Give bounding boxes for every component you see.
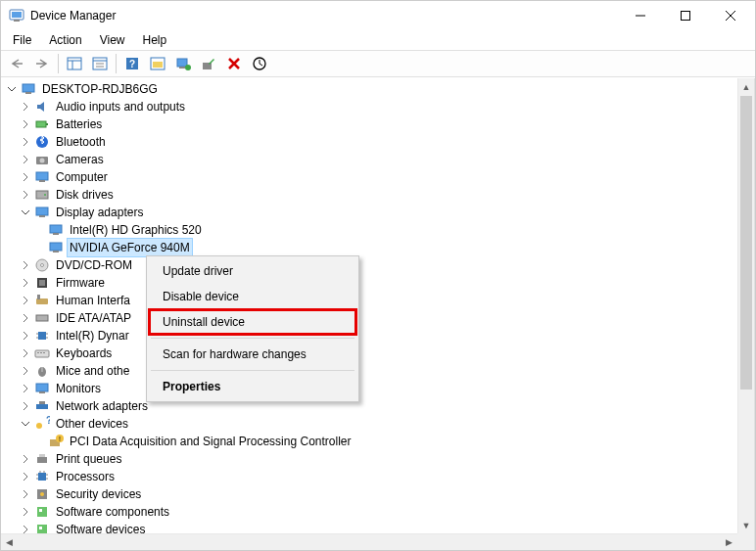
properties-toolbar-button[interactable]	[88, 53, 112, 74]
software-icon	[34, 504, 50, 520]
window-title: Device Manager	[30, 9, 618, 23]
maximize-button[interactable]	[663, 1, 708, 30]
tree-item-cameras[interactable]: Cameras	[5, 151, 754, 168]
tree-item-diskdrives[interactable]: Disk drives	[5, 186, 754, 204]
menu-view[interactable]: View	[92, 31, 133, 49]
collapse-icon[interactable]	[19, 346, 32, 360]
tree-label: DVD/CD-ROM	[54, 256, 134, 274]
toolbar-button[interactable]	[146, 53, 169, 74]
collapse-icon[interactable]	[19, 399, 32, 413]
scroll-left-arrow[interactable]: ◀	[1, 534, 18, 550]
expand-icon[interactable]	[19, 206, 32, 219]
ctx-scan-hardware[interactable]: Scan for hardware changes	[149, 342, 356, 367]
tree-item-batteries[interactable]: Batteries	[5, 115, 754, 133]
tree-label: NVIDIA GeForce 940M	[68, 239, 192, 256]
collapse-icon[interactable]	[19, 117, 32, 131]
tree-root[interactable]: DESKTOP-RDJB6GG	[5, 80, 754, 98]
vertical-scrollbar[interactable]: ▲ ▼	[737, 78, 754, 533]
firmware-icon	[34, 275, 50, 291]
tree-item-intel-graphics[interactable]: Intel(R) HD Graphics 520	[5, 221, 754, 239]
tree-item-ide[interactable]: IDE ATA/ATAP	[5, 309, 754, 327]
tree-item-hid[interactable]: Human Interfa	[5, 292, 754, 309]
tree-label: Processors	[54, 468, 117, 485]
content-area: DESKTOP-RDJB6GG Audio inputs and outputs…	[1, 78, 755, 550]
svg-rect-59	[39, 391, 45, 393]
tree-item-mice[interactable]: Mice and othe	[5, 362, 754, 380]
collapse-icon[interactable]	[19, 470, 32, 483]
uninstall-toolbar-button[interactable]	[222, 53, 246, 74]
tree-item-monitors[interactable]: Monitors	[5, 380, 754, 397]
tree-label: Intel(R) HD Graphics 520	[68, 221, 204, 239]
scroll-corner	[737, 533, 754, 550]
tree-item-nvidia-graphics[interactable]: NVIDIA GeForce 940M	[5, 239, 754, 256]
tree-item-other-devices[interactable]: ? Other devices	[5, 415, 754, 433]
ctx-uninstall-device[interactable]: Uninstall device	[149, 309, 356, 335]
tree-item-printq[interactable]: Print queues	[5, 450, 754, 468]
collapse-icon[interactable]	[19, 258, 32, 272]
tree-item-firmware[interactable]: Firmware	[5, 274, 754, 292]
collapse-icon[interactable]	[19, 382, 32, 395]
scan-hardware-toolbar-button[interactable]	[248, 53, 271, 74]
display-adapter-icon	[48, 222, 64, 238]
svg-rect-54	[40, 352, 42, 353]
tree-item-dvd[interactable]: DVD/CD-ROM	[5, 256, 754, 274]
forward-button[interactable]	[30, 53, 54, 74]
dvd-icon	[34, 257, 50, 273]
back-button[interactable]	[5, 53, 28, 74]
svg-rect-19	[179, 67, 185, 69]
collapse-icon[interactable]	[19, 364, 32, 378]
horizontal-scrollbar[interactable]: ◀ ▶	[1, 533, 737, 550]
tree-item-processors[interactable]: Processors	[5, 468, 754, 485]
tree-item-bluetooth[interactable]: Bluetooth	[5, 133, 754, 151]
collapse-icon[interactable]	[19, 170, 32, 184]
ctx-properties[interactable]: Properties	[149, 374, 356, 399]
expand-icon[interactable]	[19, 417, 32, 431]
menu-action[interactable]: Action	[41, 31, 89, 49]
menu-help[interactable]: Help	[135, 31, 175, 49]
enable-device-toolbar-button[interactable]	[197, 53, 220, 74]
collapse-icon[interactable]	[19, 276, 32, 290]
scroll-up-arrow[interactable]: ▲	[738, 78, 754, 95]
scroll-down-arrow[interactable]: ▼	[738, 517, 754, 533]
collapse-icon[interactable]	[19, 188, 32, 202]
tree-label: Software components	[54, 503, 171, 521]
show-hide-tree-button[interactable]	[63, 53, 86, 74]
tree-item-audio[interactable]: Audio inputs and outputs	[5, 98, 754, 115]
expand-icon[interactable]	[5, 82, 19, 96]
ctx-disable-device[interactable]: Disable device	[149, 284, 356, 309]
ctx-update-driver[interactable]: Update driver	[149, 258, 356, 284]
svg-rect-1	[12, 12, 22, 18]
menu-file[interactable]: File	[5, 31, 39, 49]
tree-label: DESKTOP-RDJB6GG	[40, 80, 160, 98]
toolbar-separator	[116, 54, 117, 73]
collapse-icon[interactable]	[19, 100, 32, 114]
scroll-right-arrow[interactable]: ▶	[721, 534, 737, 550]
close-button[interactable]	[708, 1, 753, 30]
collapse-icon[interactable]	[19, 135, 32, 149]
tree-item-network[interactable]: Network adapters	[5, 397, 754, 415]
tree-item-display-adapters[interactable]: Display adapters	[5, 204, 754, 221]
collapse-icon[interactable]	[19, 329, 32, 343]
tree-item-keyboards[interactable]: Keyboards	[5, 344, 754, 362]
update-driver-toolbar-button[interactable]	[171, 53, 195, 74]
tree-item-security[interactable]: Security devices	[5, 485, 754, 503]
svg-rect-34	[36, 207, 48, 215]
collapse-icon[interactable]	[19, 294, 32, 307]
app-icon	[9, 8, 24, 23]
minimize-button[interactable]	[618, 1, 663, 30]
tree-item-inteldyn[interactable]: Intel(R) Dynar	[5, 327, 754, 344]
collapse-icon[interactable]	[19, 452, 32, 466]
collapse-icon[interactable]	[19, 487, 32, 501]
tree-item-swcomponents[interactable]: Software components	[5, 503, 754, 521]
tree-item-computer[interactable]: Computer	[5, 168, 754, 186]
camera-icon	[34, 152, 50, 167]
help-toolbar-button[interactable]: ?	[120, 53, 144, 74]
collapse-icon[interactable]	[19, 153, 32, 166]
svg-rect-2	[14, 20, 20, 22]
collapse-icon[interactable]	[19, 505, 32, 519]
collapse-icon[interactable]	[19, 311, 32, 325]
device-tree[interactable]: DESKTOP-RDJB6GG Audio inputs and outputs…	[1, 78, 754, 540]
svg-rect-46	[36, 315, 48, 321]
tree-item-pci[interactable]: ! PCI Data Acquisition and Signal Proces…	[5, 433, 754, 450]
scroll-thumb[interactable]	[740, 96, 752, 390]
